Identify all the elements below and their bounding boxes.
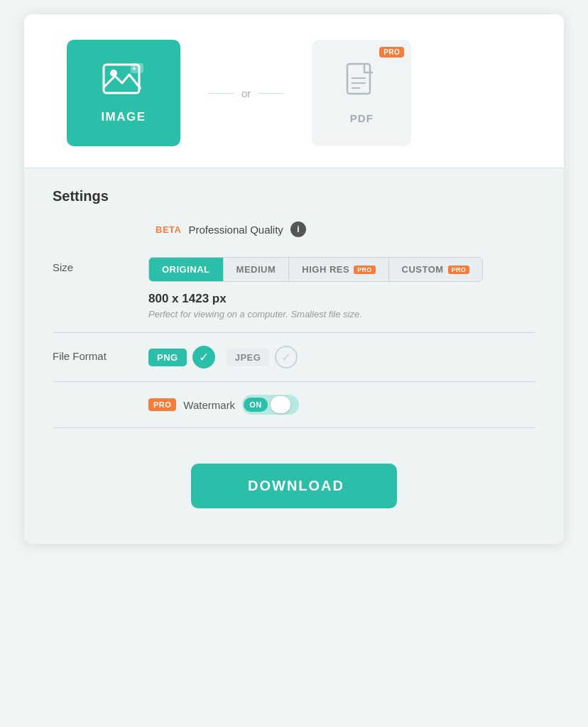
size-content: ORIGINAL MEDIUM HIGH RES PRO CUSTOM PRO …	[148, 257, 535, 319]
size-tab-original[interactable]: ORIGINAL	[149, 258, 224, 281]
or-text: or	[241, 87, 251, 99]
watermark-row: PRO Watermark ON	[53, 382, 535, 428]
download-button[interactable]: DOWNLOAD	[191, 464, 397, 508]
image-tile-label: IMAGE	[101, 110, 146, 124]
toggle-on-label: ON	[244, 398, 268, 412]
format-label: File Format	[53, 346, 148, 362]
format-option-png[interactable]: PNG ✓	[148, 346, 215, 368]
beta-label: BETA	[156, 224, 181, 235]
size-value: 800 x 1423 px	[148, 292, 535, 306]
size-desc: Perfect for viewing on a computer. Small…	[148, 309, 535, 319]
size-label: Size	[53, 257, 148, 273]
png-check[interactable]: ✓	[192, 346, 215, 368]
or-line-right	[258, 93, 283, 94]
format-option-jpeg[interactable]: JPEG ✓	[227, 346, 298, 368]
or-divider: or	[209, 87, 283, 99]
top-section: + IMAGE or PRO PDF	[24, 14, 564, 168]
size-tab-highres[interactable]: HIGH RES PRO	[289, 258, 388, 281]
watermark-toggle[interactable]: ON	[242, 395, 299, 415]
image-tile[interactable]: + IMAGE	[67, 40, 180, 146]
highres-pro-badge: PRO	[354, 266, 375, 274]
toggle-knob	[271, 396, 290, 413]
beta-bar: BETA Professional Quality i	[53, 222, 535, 237]
image-icon: +	[102, 62, 145, 103]
format-row: File Format PNG ✓ JPEG ✓	[53, 333, 535, 382]
info-icon[interactable]: i	[290, 222, 306, 237]
settings-title: Settings	[53, 188, 535, 204]
jpeg-label: JPEG	[227, 349, 270, 366]
svg-text:+: +	[132, 65, 136, 72]
watermark-content: PRO Watermark ON	[148, 395, 535, 415]
pdf-tile-label: PDF	[350, 112, 374, 124]
watermark-label: Watermark	[183, 399, 235, 411]
quality-label: Professional Quality	[188, 224, 283, 236]
pdf-icon	[346, 62, 377, 106]
watermark-pro-badge: PRO	[148, 398, 176, 411]
or-line-left	[209, 93, 234, 94]
watermark-row-content: PRO Watermark ON	[148, 395, 535, 415]
format-options: PNG ✓ JPEG ✓	[148, 346, 535, 368]
custom-pro-badge: PRO	[448, 266, 469, 274]
pdf-pro-badge: PRO	[379, 47, 404, 58]
download-area: DOWNLOAD	[53, 464, 535, 508]
jpeg-check[interactable]: ✓	[275, 346, 298, 368]
settings-section: Settings BETA Professional Quality i Siz…	[24, 168, 564, 544]
size-tab-medium[interactable]: MEDIUM	[224, 258, 290, 281]
format-content: PNG ✓ JPEG ✓	[148, 346, 535, 368]
watermark-spacer	[53, 395, 148, 399]
png-label: PNG	[148, 349, 187, 366]
size-tab-custom[interactable]: CUSTOM PRO	[389, 258, 483, 281]
main-card: + IMAGE or PRO PDF	[24, 14, 564, 544]
size-tabs: ORIGINAL MEDIUM HIGH RES PRO CUSTOM PRO	[148, 257, 483, 282]
size-row: Size ORIGINAL MEDIUM HIGH RES PRO CUSTOM	[53, 244, 535, 333]
pdf-tile[interactable]: PRO PDF	[312, 40, 411, 146]
